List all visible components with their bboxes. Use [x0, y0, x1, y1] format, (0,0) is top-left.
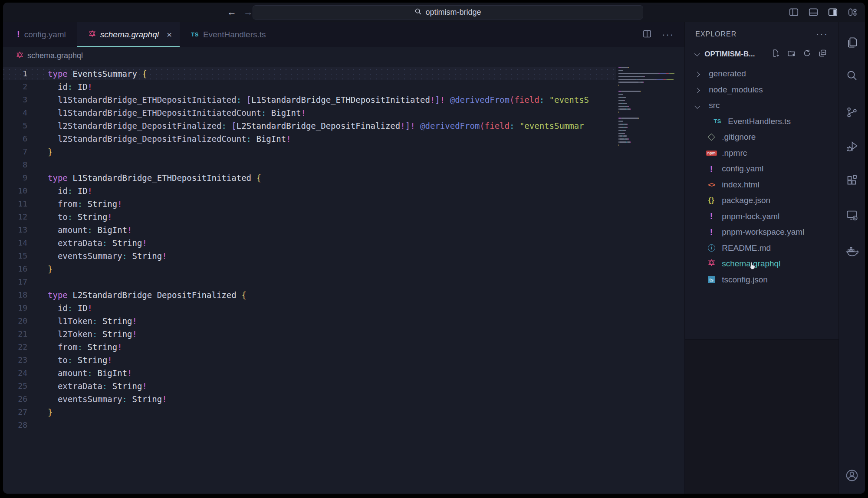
- history-forward-button[interactable]: →: [243, 7, 253, 18]
- tab-EventHandlers.ts[interactable]: TSEventHandlers.ts: [180, 22, 277, 47]
- chevron-right-icon: [694, 88, 700, 93]
- tree-item-label: EventHandlers.ts: [728, 117, 791, 126]
- tree-item-EventHandlers.ts[interactable]: TSEventHandlers.ts: [685, 114, 838, 130]
- code-line[interactable]: amount: BigInt!: [48, 223, 589, 236]
- tree-item-src[interactable]: src: [685, 98, 838, 114]
- breadcrumb[interactable]: schema.graphql: [3, 47, 684, 65]
- line-number: 7: [3, 145, 45, 158]
- editor-actions-more-icon[interactable]: ···: [662, 29, 674, 40]
- code-line[interactable]: }: [48, 262, 589, 275]
- code-line[interactable]: [48, 419, 589, 432]
- code-line[interactable]: type L2StandardBridge_DepositFinalized {: [48, 288, 589, 301]
- explorer-more-icon[interactable]: ···: [816, 29, 828, 40]
- code-line[interactable]: id: ID!: [48, 80, 589, 93]
- tree-item-.gitignore[interactable]: .gitignore: [685, 129, 838, 145]
- toggle-secondary-sidebar-icon[interactable]: [827, 7, 838, 18]
- collapse-folders-icon[interactable]: [818, 49, 827, 60]
- code-line[interactable]: from: String!: [48, 197, 589, 210]
- tree-item-node_modules[interactable]: node_modules: [685, 82, 838, 98]
- code-line[interactable]: from: String!: [48, 341, 589, 354]
- line-number: 18: [3, 288, 45, 301]
- code-line[interactable]: l1Token: String!: [48, 315, 589, 328]
- explorer-view-icon[interactable]: [839, 36, 865, 49]
- tree-item-schema.graphql[interactable]: schema.graphql: [685, 256, 838, 272]
- code-line[interactable]: l2Token: String!: [48, 328, 589, 341]
- code-line[interactable]: l2StandardBridge_DepositFinalized: [L2St…: [48, 119, 589, 132]
- code-line[interactable]: [48, 158, 589, 171]
- graphql-icon: [708, 259, 715, 269]
- code-line[interactable]: eventsSummary: String!: [48, 393, 589, 406]
- tree-item-label: .gitignore: [722, 132, 756, 142]
- remote-explorer-icon[interactable]: [839, 209, 865, 222]
- code-line[interactable]: l2StandardBridge_DepositFinalizedCount: …: [48, 132, 589, 145]
- new-file-icon[interactable]: [771, 49, 780, 60]
- tree-item-label: pnpm-workspace.yaml: [722, 227, 804, 237]
- typescript-icon: TS: [713, 118, 721, 124]
- command-search-box[interactable]: optimism-bridge: [253, 5, 643, 20]
- workspace-section-header[interactable]: OPTIMISM-B...: [685, 46, 838, 62]
- close-tab-icon[interactable]: ×: [167, 29, 172, 40]
- tree-item-package.json[interactable]: {}package.json: [685, 193, 838, 209]
- code-line[interactable]: id: ID!: [48, 184, 589, 197]
- code-line[interactable]: }: [48, 406, 589, 419]
- tree-item-label: package.json: [722, 196, 770, 205]
- yaml-icon: !: [710, 227, 713, 237]
- tree-item-index.html[interactable]: <>index.html: [685, 177, 838, 193]
- npm-icon: npm: [706, 151, 717, 156]
- tree-item-.npmrc[interactable]: npm.npmrc: [685, 145, 838, 161]
- docker-icon[interactable]: [839, 244, 865, 258]
- account-icon[interactable]: [839, 468, 865, 483]
- customize-layout-icon[interactable]: [847, 7, 858, 18]
- new-folder-icon[interactable]: [787, 49, 796, 60]
- search-view-icon[interactable]: [839, 69, 865, 82]
- tree-item-label: tsconfig.json: [722, 275, 768, 285]
- code-line[interactable]: id: ID!: [48, 301, 589, 315]
- line-number: 24: [3, 367, 45, 380]
- tree-item-pnpm-workspace.yaml[interactable]: !pnpm-workspace.yaml: [685, 224, 838, 240]
- tree-item-pnpm-lock.yaml[interactable]: !pnpm-lock.yaml: [685, 209, 838, 225]
- code-line[interactable]: [48, 275, 589, 288]
- code-line[interactable]: to: String!: [48, 354, 589, 367]
- line-number: 20: [3, 315, 45, 328]
- code-line[interactable]: amount: BigInt!: [48, 367, 589, 380]
- info-icon: i: [708, 244, 715, 252]
- typescript-icon: TS: [191, 31, 199, 38]
- code-line[interactable]: l1StandardBridge_ETHDepositInitiated: [L…: [48, 93, 589, 106]
- vscode-window: ← → optimism-bridge: [3, 3, 865, 494]
- toggle-panel-icon[interactable]: [808, 7, 819, 18]
- code-line[interactable]: }: [48, 145, 589, 158]
- line-number: 2: [3, 80, 45, 93]
- line-number: 9: [3, 171, 45, 184]
- code-editor[interactable]: 1234567891011121314151617181920212223242…: [3, 65, 684, 494]
- code-line[interactable]: type EventsSummary {: [48, 67, 589, 80]
- code-line[interactable]: type L1StandardBridge_ETHDepositInitiate…: [48, 171, 589, 184]
- line-number: 28: [3, 419, 45, 432]
- tree-item-tsconfig.json[interactable]: tstsconfig.json: [685, 272, 838, 288]
- tab-schema.graphql[interactable]: schema.graphql×: [77, 22, 180, 47]
- history-back-button[interactable]: ←: [227, 7, 237, 18]
- code-line[interactable]: extraData: String!: [48, 236, 589, 249]
- line-number: 15: [3, 249, 45, 262]
- run-debug-icon[interactable]: [839, 140, 865, 153]
- split-editor-icon[interactable]: [642, 29, 652, 41]
- graphql-icon: [89, 30, 96, 37]
- extensions-icon[interactable]: [839, 174, 865, 187]
- code-line[interactable]: l1StandardBridge_ETHDepositInitiatedCoun…: [48, 106, 589, 119]
- tree-item-config.yaml[interactable]: !config.yaml: [685, 161, 838, 177]
- tree-item-README.md[interactable]: iREADME.md: [685, 240, 838, 256]
- search-query: optimism-bridge: [425, 8, 481, 17]
- code-line[interactable]: eventsSummary: String!: [48, 249, 589, 262]
- code-line[interactable]: extraData: String!: [48, 380, 589, 393]
- json-icon: {}: [708, 197, 714, 204]
- graphql-icon: [708, 259, 715, 266]
- tab-config.yaml[interactable]: !config.yaml: [6, 22, 77, 47]
- toggle-primary-sidebar-icon[interactable]: [788, 7, 799, 18]
- title-bar: ← → optimism-bridge: [3, 3, 865, 22]
- refresh-icon[interactable]: [802, 49, 812, 60]
- explorer-empty-area: [685, 339, 838, 494]
- source-control-icon[interactable]: [839, 106, 865, 119]
- yaml-icon: !: [17, 29, 20, 39]
- minimap[interactable]: [618, 67, 676, 151]
- tree-item-generated[interactable]: generated: [685, 66, 838, 82]
- code-line[interactable]: to: String!: [48, 210, 589, 223]
